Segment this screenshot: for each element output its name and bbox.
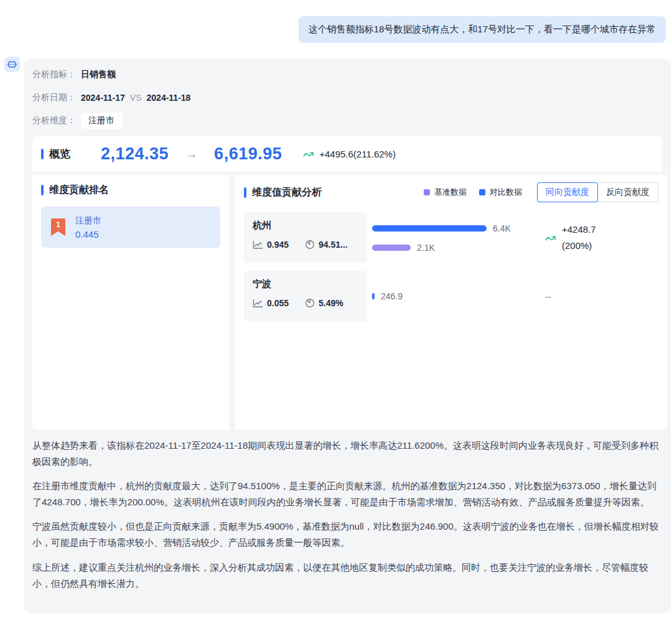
summary-text: 从整体趋势来看，该指标在2024-11-17至2024-11-18期间表现出显著… [32, 438, 662, 592]
base-bar-label: 2.1K [417, 243, 435, 253]
overview-delta: +4495.6(211.62%) [303, 149, 396, 159]
change-ningbo: -- [545, 291, 658, 302]
trend-up-icon [545, 234, 556, 242]
trend-up-icon [303, 150, 314, 158]
contribution-direction-toggle: 同向贡献度 反向贡献度 [537, 182, 658, 202]
compare-bar-label: 6.4K [493, 223, 511, 233]
meta-dimension-row: 分析维度： 注册市 [32, 113, 662, 128]
summary-paragraph-4: 综上所述，建议重点关注杭州的业务增长，深入分析其成功因素，以便在其他地区复制类似… [32, 559, 662, 592]
legend-compare-data[interactable]: 对比数据 [479, 187, 522, 198]
compare-bar-label: 246.9 [381, 291, 403, 301]
overview-base-value: 2,124.35 [101, 144, 169, 164]
legend-base-swatch [424, 189, 430, 195]
legend-base-data[interactable]: 基准数据 [424, 187, 467, 198]
base-bar [372, 245, 411, 251]
delta-rate: (200%) [562, 238, 596, 254]
contribution-panel: 维度值贡献分析 基准数据 对比数据 同向贡献度 反向贡献度 [235, 175, 667, 429]
line-chart-icon [253, 240, 263, 250]
user-message-bubble: 这个销售额指标18号数据波动有点大，和17号对比一下，看一下是哪个城市存在异常 [299, 16, 666, 43]
columns: 维度贡献排名 1 注册市 0.445 维度值贡献分析 [32, 175, 662, 429]
contribution-row-ningbo: 宁波 0.055 [244, 271, 658, 322]
meta-date-row: 分析日期： 2024-11-17 VS 2024-11-18 [32, 90, 662, 105]
summary-paragraph-3: 宁波虽然贡献度较小，但也是正向贡献来源，贡献率为5.4900%，基准数据为nul… [32, 518, 662, 551]
rank-1-ribbon-icon: 1 [51, 218, 65, 236]
city-card-ningbo[interactable]: 宁波 0.055 [244, 271, 367, 322]
city-card-hangzhou[interactable]: 杭州 0.945 [244, 212, 367, 263]
rate-stat: 94.51... [305, 240, 348, 250]
compare-bar [372, 293, 375, 299]
contribution-stat: 0.055 [253, 298, 289, 308]
compare-date: 2024-11-18 [147, 93, 191, 103]
base-date: 2024-11-17 [81, 93, 125, 103]
summary-paragraph-1: 从整体趋势来看，该指标在2024-11-17至2024-11-18期间表现出显著… [32, 438, 662, 470]
section-accent-bar [41, 149, 44, 159]
arrow-right-icon: → [185, 146, 198, 161]
legend-compare-swatch [479, 189, 485, 195]
section-accent-bar [41, 185, 44, 195]
compare-bar [372, 225, 487, 232]
vs-label: VS [130, 93, 142, 103]
meta-metric-row: 分析指标： 日销售额 [32, 67, 662, 82]
rank-title: 维度贡献排名 [41, 184, 220, 197]
same-direction-button[interactable]: 同向贡献度 [537, 182, 598, 202]
rank-item-registered-city[interactable]: 1 注册市 0.445 [41, 207, 220, 248]
analysis-panel: 分析指标： 日销售额 分析日期： 2024-11-17 VS 2024-11-1… [24, 59, 671, 613]
summary-paragraph-2: 在注册市维度贡献中，杭州的贡献度最大，达到了94.5100%，是主要的正向贡献来… [32, 478, 662, 510]
date-label: 分析日期： [32, 92, 76, 103]
bot-avatar [4, 57, 20, 72]
bars-ningbo: 246.9 [372, 291, 545, 301]
line-chart-icon [253, 299, 263, 308]
pie-chart-icon [305, 240, 315, 250]
contribution-stat: 0.945 [253, 240, 289, 250]
contribution-title: 维度值贡献分析 [244, 186, 322, 199]
overview-title: 概览 [41, 147, 101, 161]
overview-card: 概览 2,124.35 → 6,619.95 +4495.6(211.62%) [32, 136, 662, 171]
rank-panel: 维度贡献排名 1 注册市 0.445 [32, 175, 229, 429]
section-accent-bar [244, 187, 246, 198]
contribution-header: 维度值贡献分析 基准数据 对比数据 同向贡献度 反向贡献度 [244, 182, 658, 202]
city-name: 宁波 [253, 278, 358, 290]
contribution-row-hangzhou: 杭州 0.945 [244, 212, 658, 263]
bars-hangzhou: 6.4K 2.1K [372, 223, 545, 253]
overview-compare-value: 6,619.95 [214, 144, 282, 164]
reverse-direction-button[interactable]: 反向贡献度 [597, 182, 658, 202]
city-name: 杭州 [253, 220, 358, 232]
pie-chart-icon [305, 298, 315, 308]
metric-value: 日销售额 [81, 69, 116, 80]
dimension-label: 分析维度： [32, 115, 76, 126]
delta-value: +4248.7 [562, 222, 596, 238]
rank-item-score: 0.445 [75, 229, 101, 240]
robot-icon [7, 59, 17, 70]
delta-empty: -- [545, 291, 551, 302]
change-hangzhou: +4248.7 (200%) [545, 222, 658, 255]
legend: 基准数据 对比数据 [424, 187, 522, 198]
dimension-chip[interactable]: 注册市 [81, 113, 122, 129]
rank-item-name: 注册市 [75, 215, 101, 227]
metric-label: 分析指标： [32, 69, 76, 80]
rate-stat: 5.49% [305, 298, 343, 308]
